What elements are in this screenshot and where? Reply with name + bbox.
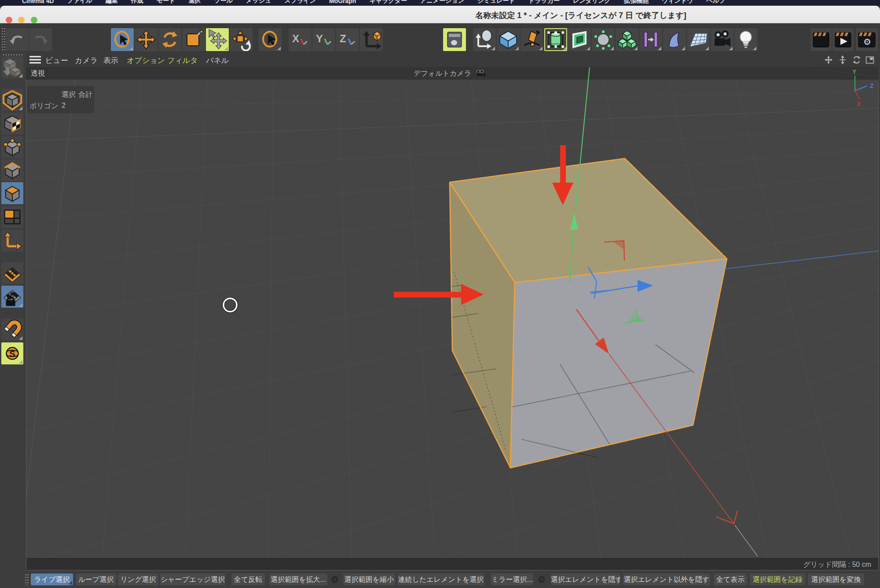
lock-z-axis-button[interactable]: Z (336, 28, 359, 51)
dolly-view-icon[interactable] (838, 55, 847, 65)
mirror-selection-settings-gear-icon[interactable]: ⚙ (536, 573, 547, 585)
menubar-item[interactable]: ヘルプ (707, 0, 726, 5)
light-button[interactable] (734, 28, 757, 51)
selection-tool[interactable] (259, 28, 282, 51)
make-editable-button[interactable] (1, 56, 23, 78)
pan-view-icon[interactable] (824, 55, 833, 65)
vpmenu-display[interactable]: 表示 (103, 55, 118, 66)
menubar-item[interactable]: 拡張機能 (624, 0, 649, 5)
grow-selection-button[interactable]: 選択範囲を拡大... (269, 573, 327, 585)
view-label[interactable]: 透視 (27, 69, 48, 80)
coordinates-manager-button[interactable] (473, 28, 496, 51)
sharp-edge-selection-button[interactable]: シャープエッジ選択 (160, 573, 225, 585)
convert-selection-button[interactable]: 選択範囲を変換 (808, 573, 864, 585)
polygons-mode-button[interactable] (1, 182, 23, 204)
cube-primitive-button[interactable] (497, 28, 520, 51)
mirror-selection-button[interactable]: ミラー選択... (491, 573, 533, 585)
toolbar-grip[interactable] (1, 27, 5, 52)
snap-settings-button[interactable]: S (1, 342, 23, 364)
camera-label[interactable]: デフォルトカメラ (414, 70, 471, 77)
menubar-item[interactable]: 選択 (188, 0, 201, 5)
render-play-button[interactable] (832, 28, 854, 51)
rotate-tool[interactable] (158, 28, 181, 51)
menubar-item[interactable]: キャラクター (369, 0, 407, 5)
edges-mode-button[interactable] (1, 159, 23, 181)
menubar-app-name[interactable]: Cinema 4D (22, 0, 54, 4)
live-selection-tool[interactable] (111, 28, 134, 51)
axis-label-y: Y (852, 68, 857, 75)
render-settings-button[interactable]: ⚙ (856, 28, 878, 51)
menubar-item[interactable]: ツール (214, 0, 233, 5)
hamburger-menu-icon[interactable] (29, 55, 41, 64)
maximize-view-icon[interactable] (865, 55, 875, 65)
vpmenu-filter[interactable]: フィルタ (167, 55, 198, 66)
array-button[interactable] (616, 28, 638, 51)
uv-mode-button[interactable] (1, 206, 23, 228)
menubar-item[interactable]: 作成 (131, 0, 143, 5)
redo-button[interactable] (29, 28, 52, 51)
axis-label-x: X (857, 100, 861, 107)
pen-spline-button[interactable] (521, 28, 543, 51)
scale-tool[interactable] (182, 28, 205, 51)
show-all-button[interactable]: 全て表示 (714, 573, 747, 585)
hide-unselected-button[interactable]: 選択エレメント以外を隠す (623, 573, 710, 585)
gizmo-rotate-tool[interactable] (230, 28, 253, 51)
camera-button[interactable] (711, 28, 733, 51)
hide-selected-button[interactable]: 選択エレメントを隠す (551, 573, 620, 585)
menubar-item[interactable]: 編集 (106, 0, 118, 5)
menubar-item[interactable]: スプライン (284, 0, 316, 5)
subdivision-cage-button[interactable] (544, 28, 567, 51)
points-mode-button[interactable] (1, 136, 23, 158)
menubar-item[interactable]: ファイル (67, 0, 92, 5)
cube-object[interactable] (450, 158, 727, 468)
live-selection-button[interactable]: ライブ選択 (31, 573, 73, 585)
model-mode-button[interactable] (1, 89, 23, 111)
bend-deformer-button[interactable] (663, 28, 686, 51)
menubar-item[interactable]: シミュレート (477, 0, 515, 5)
close-button[interactable] (6, 17, 12, 23)
render-clapper-button[interactable] (810, 28, 832, 51)
floor-button[interactable] (687, 28, 710, 51)
shrink-selection-button[interactable]: 選択範囲を縮小 (343, 573, 395, 585)
menubar-item[interactable]: モード (157, 0, 176, 5)
menubar-item[interactable]: ウィンドウ (662, 0, 693, 5)
minimize-button[interactable] (18, 17, 25, 23)
undo-button[interactable] (6, 28, 29, 51)
lock-workplane-button[interactable] (1, 286, 23, 308)
modify-move-tool[interactable] (206, 28, 229, 51)
menubar-item[interactable]: メッシュ (246, 0, 271, 5)
vpmenu-view[interactable]: ビュー (45, 55, 68, 66)
mode-palette: S (0, 52, 26, 570)
invert-all-button[interactable]: 全て反転 (231, 573, 265, 585)
menubar-item[interactable]: トラッカー (528, 0, 560, 5)
vpmenu-options[interactable]: オプション (127, 55, 165, 66)
viewport-canvas[interactable]: Y Z X (26, 67, 879, 570)
menubar-item[interactable]: MoGraph (329, 0, 356, 4)
render-view-button[interactable] (443, 28, 466, 51)
zoom-button[interactable] (31, 17, 37, 23)
rotate-view-icon[interactable] (852, 55, 862, 65)
record-selection-button[interactable]: 選択範囲を記録 (750, 573, 805, 585)
texture-mode-button[interactable] (1, 113, 23, 135)
snap-magnet-button[interactable] (1, 319, 23, 341)
axis-mode-button[interactable] (1, 230, 23, 252)
move-tool[interactable] (135, 28, 158, 51)
menubar-item[interactable]: アニメーション (420, 0, 464, 5)
menubar-item[interactable]: レンダリング (573, 0, 611, 5)
vpmenu-panel[interactable]: パネル (206, 55, 229, 66)
vpmenu-camera[interactable]: カメラ (75, 55, 98, 66)
coordinate-system-button[interactable] (360, 28, 383, 51)
scale-icon (182, 28, 205, 51)
lattice-button[interactable] (592, 28, 615, 51)
ring-selection-button[interactable]: リング選択 (118, 573, 158, 585)
camera-small-icon[interactable] (476, 70, 486, 77)
lock-y-axis-button[interactable]: Y (312, 28, 335, 51)
bottombar-grip[interactable] (25, 573, 29, 585)
extrude-object-button[interactable] (568, 28, 591, 51)
workplane-button[interactable] (1, 262, 23, 284)
loop-selection-button[interactable]: ループ選択 (76, 573, 116, 585)
grow-selection-settings-gear-icon[interactable]: ⚙ (329, 573, 341, 585)
select-connected-button[interactable]: 連続したエレメントを選択 (398, 573, 484, 585)
lock-x-axis-button[interactable]: X (289, 28, 312, 51)
symmetry-button[interactable] (639, 28, 662, 51)
